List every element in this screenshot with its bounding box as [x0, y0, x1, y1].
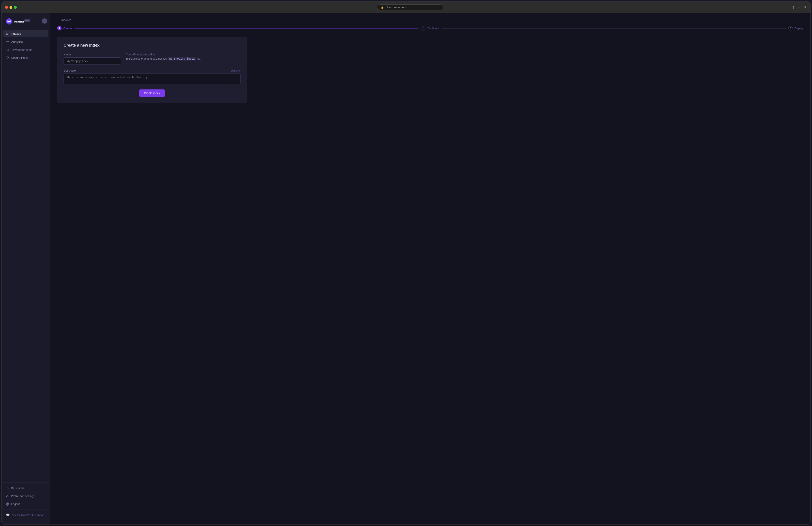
- logo-icon: [6, 18, 12, 25]
- sidebar: oramabeta E ⊟ Indexes 〜 Analytics </> De…: [2, 13, 50, 524]
- breadcrumb: ← Indexes: [57, 18, 803, 22]
- sidebar-item-logout[interactable]: ⏻ Logout: [3, 500, 48, 508]
- sidebar-label-dark-mode: Dark mode: [11, 487, 25, 490]
- developer-tools-icon: </>: [6, 48, 10, 51]
- sidebar-label-feedback: Any feedback? Let us know!: [12, 514, 44, 516]
- name-input[interactable]: [63, 57, 121, 65]
- step-1-circle: 1: [57, 26, 61, 30]
- browser-action-icons: ⬆ + ⧉: [791, 4, 807, 10]
- sidebar-label-secure-proxy: Secure Proxy: [11, 56, 28, 59]
- breadcrumb-link[interactable]: Indexes: [61, 18, 72, 22]
- sidebar-label-indexes: Indexes: [11, 32, 21, 35]
- logout-icon: ⏻: [6, 502, 9, 506]
- sidebar-bottom: ☽ Dark mode ⚙ Profile and settings ⏻ Log…: [2, 483, 50, 521]
- sidebar-item-dark-mode[interactable]: ☽ Dark mode: [3, 484, 48, 492]
- sidebar-label-analytics: Analytics: [11, 40, 23, 43]
- analytics-icon: 〜: [6, 40, 9, 44]
- url-text: cloud.orama.com: [386, 6, 406, 9]
- step-2-label: Configure: [427, 27, 439, 30]
- address-bar[interactable]: 🔒 cloud.orama.com: [377, 4, 443, 10]
- sidebar-item-feedback[interactable]: 💬 Any feedback? Let us know!: [3, 511, 48, 519]
- name-group: Name: [63, 53, 121, 65]
- logo-text: oramabeta: [14, 19, 30, 24]
- tabs-button[interactable]: ⧉: [803, 4, 807, 10]
- step-configure: 2 Configure: [421, 26, 439, 30]
- description-header: Description Optional: [63, 69, 241, 72]
- api-endpoint-box: Your API endpoint will be: https://cloud…: [126, 53, 201, 60]
- sidebar-item-indexes[interactable]: ⊟ Indexes: [3, 30, 48, 37]
- api-suffix: -{id}: [197, 57, 201, 60]
- forward-button[interactable]: ›: [26, 4, 30, 10]
- new-tab-button[interactable]: +: [797, 4, 801, 10]
- api-endpoint-label: Your API endpoint will be:: [126, 53, 201, 56]
- sidebar-item-secure-proxy[interactable]: 🛡 Secure Proxy: [3, 54, 48, 61]
- api-prefix: https://cloud.orama.run/v1/indexes/: [126, 57, 168, 60]
- description-input[interactable]: [63, 73, 241, 84]
- api-slug: my-shopify-index: [168, 57, 196, 60]
- sidebar-navigation: ⊟ Indexes 〜 Analytics </> Developer Tool…: [2, 30, 50, 481]
- app-container: oramabeta E ⊟ Indexes 〜 Analytics </> De…: [2, 13, 810, 524]
- avatar: E: [42, 18, 47, 24]
- sidebar-label-profile-settings: Profile and settings: [11, 495, 34, 498]
- create-index-button[interactable]: Create index: [139, 89, 165, 97]
- feedback-icon: 💬: [6, 513, 10, 517]
- dark-mode-icon: ☽: [6, 486, 9, 490]
- breadcrumb-arrow: ←: [57, 18, 60, 22]
- form-actions: Create index: [63, 89, 241, 97]
- svg-point-1: [9, 21, 10, 22]
- sidebar-item-analytics[interactable]: 〜 Analytics: [3, 38, 48, 46]
- step-line-2: [442, 28, 785, 28]
- step-1-label: Create: [63, 27, 72, 30]
- back-button[interactable]: ‹: [21, 4, 25, 10]
- close-button[interactable]: [5, 6, 8, 9]
- share-button[interactable]: ⬆: [791, 4, 795, 10]
- indexes-icon: ⊟: [6, 32, 9, 35]
- name-row: Name Your API endpoint will be: https://…: [63, 53, 241, 65]
- step-deploy: 3 Deploy: [788, 26, 803, 30]
- step-create: 1 Create: [57, 26, 72, 30]
- sidebar-label-developer-tools: Developer Tools: [12, 48, 32, 52]
- api-endpoint-value: https://cloud.orama.run/v1/indexes/my-sh…: [126, 57, 201, 60]
- browser-navigation: ‹ ›: [21, 4, 30, 10]
- browser-chrome: ‹ › 🔒 cloud.orama.com ⬆ + ⧉: [2, 2, 810, 13]
- secure-proxy-icon: 🛡: [6, 56, 9, 59]
- sidebar-label-logout: Logout: [11, 502, 20, 506]
- sidebar-logo: oramabeta: [2, 17, 50, 30]
- traffic-lights: [5, 6, 17, 9]
- step-3-label: Deploy: [795, 27, 803, 30]
- sidebar-item-developer-tools[interactable]: </> Developer Tools: [3, 46, 48, 54]
- card-title: Create a new index: [63, 43, 241, 48]
- description-label: Description: [63, 69, 77, 72]
- stepper: 1 Create 2 Configure 3 Deploy: [57, 26, 803, 30]
- sidebar-top: oramabeta E: [2, 17, 50, 30]
- step-line-1: [75, 28, 418, 28]
- optional-label: Optional: [231, 69, 241, 72]
- minimize-button[interactable]: [10, 6, 12, 9]
- lock-icon: 🔒: [381, 6, 384, 9]
- sidebar-item-profile-settings[interactable]: ⚙ Profile and settings: [3, 493, 48, 500]
- create-index-card: Create a new index Name Your API endpoin…: [57, 37, 247, 103]
- main-content: ← Indexes 1 Create 2 Configure: [50, 13, 810, 524]
- name-label: Name: [63, 53, 121, 56]
- tab-bar: 🔒 cloud.orama.com: [32, 4, 788, 10]
- maximize-button[interactable]: [14, 6, 17, 9]
- description-row: Description Optional: [63, 69, 241, 84]
- step-3-circle: 3: [788, 26, 793, 30]
- settings-icon: ⚙: [6, 494, 9, 498]
- step-2-circle: 2: [421, 26, 425, 30]
